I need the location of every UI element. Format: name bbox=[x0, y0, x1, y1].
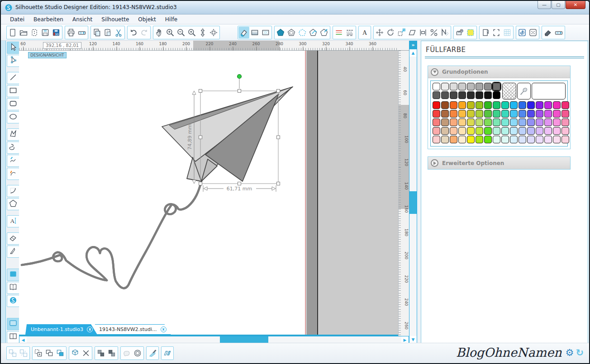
color-swatch[interactable] bbox=[527, 136, 535, 143]
color-swatch[interactable] bbox=[527, 127, 535, 135]
color-swatch[interactable] bbox=[510, 136, 518, 143]
color-swatch[interactable] bbox=[493, 136, 500, 143]
gray-swatch[interactable] bbox=[450, 83, 457, 90]
gray-swatch[interactable] bbox=[493, 83, 500, 90]
color-swatch[interactable] bbox=[501, 136, 509, 143]
color-swatch[interactable] bbox=[484, 127, 492, 135]
polygon-tool-button[interactable] bbox=[7, 128, 19, 141]
color-swatch[interactable] bbox=[433, 110, 440, 118]
color-swatch[interactable] bbox=[433, 101, 440, 109]
color-swatch[interactable] bbox=[519, 101, 526, 109]
fill-color-button[interactable] bbox=[238, 27, 249, 38]
arc-tool-button[interactable] bbox=[7, 185, 19, 197]
eraser-tool-button[interactable] bbox=[7, 232, 19, 245]
menu-ansicht[interactable]: Ansicht bbox=[68, 15, 97, 24]
color-swatch[interactable] bbox=[450, 136, 457, 143]
paste-button[interactable] bbox=[102, 27, 113, 38]
sync-icon[interactable]: ↻ bbox=[576, 347, 584, 358]
gray-swatch[interactable] bbox=[433, 91, 440, 99]
fit-to-page-button[interactable] bbox=[208, 27, 219, 38]
horizontal-scroll-thumb[interactable] bbox=[220, 336, 268, 343]
edit-points-tool-button[interactable] bbox=[7, 55, 19, 67]
color-swatch[interactable] bbox=[553, 136, 561, 143]
scroll-right-button[interactable]: ▶ bbox=[401, 336, 409, 343]
color-swatch[interactable] bbox=[476, 127, 483, 135]
zoom-out-button[interactable] bbox=[176, 27, 186, 38]
expand-panel-button[interactable]: » bbox=[409, 41, 417, 49]
current-color-swatch[interactable] bbox=[532, 83, 566, 99]
shape-offset-lines-button[interactable] bbox=[286, 27, 297, 38]
save-studio3-button[interactable]: 3D bbox=[51, 27, 62, 38]
color-swatch[interactable] bbox=[527, 118, 535, 126]
color-picker-button[interactable] bbox=[147, 347, 158, 359]
shape-fill-button[interactable] bbox=[275, 27, 286, 38]
color-swatch[interactable] bbox=[561, 118, 569, 126]
color-swatch[interactable] bbox=[458, 118, 466, 126]
color-swatch[interactable] bbox=[544, 136, 552, 143]
horizontal-scroll-track[interactable] bbox=[27, 336, 401, 343]
color-swatch[interactable] bbox=[536, 136, 543, 143]
color-swatch[interactable] bbox=[510, 118, 518, 126]
page-boundaries-button[interactable] bbox=[491, 27, 502, 38]
copy-button[interactable] bbox=[91, 27, 102, 38]
store-panel-button[interactable] bbox=[7, 295, 19, 307]
transform-shear-button[interactable] bbox=[407, 27, 418, 38]
basic-options-header[interactable]: Grundoptionen bbox=[428, 66, 570, 78]
line-tool-button[interactable] bbox=[7, 72, 19, 84]
title-bar[interactable]: Silhouette Studio Designer Edition: 1914… bbox=[1, 1, 589, 14]
zoom-selection-button[interactable] bbox=[186, 27, 197, 38]
weld-button[interactable] bbox=[55, 347, 66, 359]
scroll-down-button[interactable]: ▼ bbox=[409, 336, 417, 343]
color-swatch[interactable] bbox=[458, 110, 466, 118]
color-swatch[interactable] bbox=[441, 127, 449, 135]
vertical-scroll-thumb[interactable] bbox=[409, 191, 417, 214]
color-swatch[interactable] bbox=[544, 110, 552, 118]
color-swatch[interactable] bbox=[467, 118, 475, 126]
regular-polygon-tool-button[interactable] bbox=[7, 198, 19, 210]
line-style-button[interactable] bbox=[344, 27, 355, 38]
fill-gradient-button[interactable] bbox=[249, 27, 260, 38]
design-page-active-button[interactable] bbox=[465, 27, 476, 38]
dots-design-button[interactable] bbox=[528, 27, 538, 38]
overlap-paths-button[interactable] bbox=[44, 347, 55, 359]
maximize-button[interactable]: ▢ bbox=[552, 1, 565, 9]
color-swatch[interactable] bbox=[493, 110, 500, 118]
color-swatch[interactable] bbox=[501, 110, 509, 118]
curve-tool-button[interactable] bbox=[7, 142, 19, 154]
menu-silhouette[interactable]: Silhouette bbox=[97, 15, 133, 24]
grid-button[interactable] bbox=[502, 27, 513, 38]
color-swatch[interactable] bbox=[467, 110, 475, 118]
menu-hilfe[interactable]: Hilfe bbox=[161, 15, 182, 24]
design-page-panel-button[interactable] bbox=[7, 269, 19, 281]
paper-plane[interactable] bbox=[162, 87, 293, 181]
scroll-left-button[interactable]: ◀ bbox=[19, 336, 27, 343]
color-swatch[interactable] bbox=[458, 101, 466, 109]
zoom-in-button[interactable] bbox=[165, 27, 176, 38]
color-swatch[interactable] bbox=[501, 101, 509, 109]
zoom-drag-button[interactable] bbox=[197, 27, 208, 38]
color-swatch[interactable] bbox=[476, 118, 483, 126]
minimize-button[interactable]: — bbox=[538, 1, 551, 9]
gray-swatch[interactable] bbox=[493, 91, 500, 99]
color-swatch[interactable] bbox=[536, 118, 543, 126]
color-swatch[interactable] bbox=[544, 127, 552, 135]
color-swatch[interactable] bbox=[544, 118, 552, 126]
color-swatch[interactable] bbox=[544, 101, 552, 109]
gear-icon[interactable]: ⚙ bbox=[566, 347, 574, 358]
ungroup-button[interactable] bbox=[18, 347, 29, 359]
collapse-icon[interactable] bbox=[431, 68, 438, 76]
rounded-rectangle-tool-button[interactable] bbox=[7, 98, 19, 110]
page-setup-button[interactable] bbox=[480, 27, 491, 38]
color-swatch[interactable] bbox=[561, 110, 569, 118]
color-swatch[interactable] bbox=[493, 118, 500, 126]
shape-trace-button[interactable] bbox=[308, 27, 319, 38]
color-swatch[interactable] bbox=[536, 110, 543, 118]
expand-icon[interactable] bbox=[431, 159, 438, 167]
color-swatch[interactable] bbox=[519, 136, 526, 143]
send-to-cutter-button[interactable] bbox=[76, 27, 87, 38]
color-swatch[interactable] bbox=[441, 136, 449, 143]
design-artwork[interactable]: 61,71 mm 74,89 mm bbox=[19, 51, 398, 336]
eyedropper-button[interactable] bbox=[517, 83, 531, 99]
menu-bearbeiten[interactable]: Bearbeiten bbox=[29, 15, 68, 24]
redo-button[interactable] bbox=[139, 27, 150, 38]
